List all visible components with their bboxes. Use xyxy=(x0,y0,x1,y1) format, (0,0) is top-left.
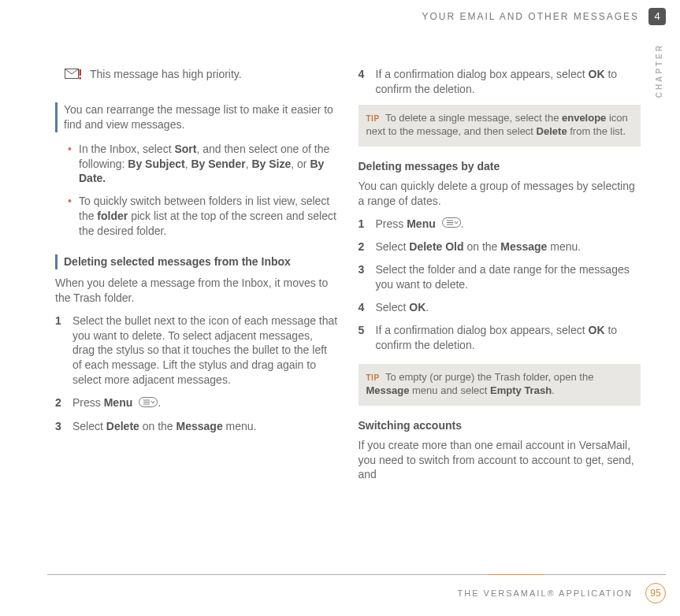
tip-label: TIP xyxy=(366,373,380,382)
step-1: 1 Select the bullet next to the icon of … xyxy=(55,314,338,388)
step-2: 2 Press Menu . xyxy=(55,395,338,411)
priority-legend-text: This message has high priority. xyxy=(90,67,242,82)
page-footer: THE VERSAMAIL® APPLICATION 95 xyxy=(47,574,666,603)
bullet-folder: To quickly switch between folders in lis… xyxy=(68,194,338,239)
dstep-1: 1 Press Menu . xyxy=(359,217,641,232)
svg-rect-1 xyxy=(80,69,82,76)
chapter-number-badge: 4 xyxy=(648,8,666,25)
svg-rect-2 xyxy=(80,77,82,80)
rearrange-intro: You can rearrange the message list to ma… xyxy=(64,103,333,131)
dstep-5: 5 If a confirmation dialog box appears, … xyxy=(359,323,641,353)
page-header: YOUR EMAIL AND OTHER MESSAGES 4 xyxy=(422,8,666,25)
switching-accounts-heading: Switching accounts xyxy=(359,418,641,433)
header-title: YOUR EMAIL AND OTHER MESSAGES xyxy=(422,10,639,23)
deleting-by-date-steps: 1 Press Menu . 2 xyxy=(359,217,641,353)
right-column: 4 If a confirmation dialog box appears, … xyxy=(359,67,641,482)
deleting-by-date-heading: Deleting messages by date xyxy=(359,159,641,174)
rearrange-section: You can rearrange the message list to ma… xyxy=(55,102,338,132)
dstep-3: 3 Select the folder and a date range for… xyxy=(359,262,641,292)
bullet-sort: In the Inbox, select Sort, and then sele… xyxy=(68,142,338,187)
rearrange-bullets: In the Inbox, select Sort, and then sele… xyxy=(68,142,338,239)
switching-accounts-body: If you create more than one email accoun… xyxy=(359,438,641,483)
tip-empty-trash: TIP To empty (or purge) the Trash folder… xyxy=(359,364,641,406)
menu-button-icon xyxy=(442,217,461,232)
page-body: This message has high priority. You can … xyxy=(55,67,641,482)
footer-title: THE VERSAMAIL® APPLICATION xyxy=(458,588,634,599)
deleting-selected-heading: Deleting selected messages from the Inbo… xyxy=(55,254,338,269)
deleting-selected-steps: 1 Select the bullet next to the icon of … xyxy=(55,314,338,434)
menu-button-icon xyxy=(139,396,158,411)
envelope-priority-icon xyxy=(65,69,82,85)
footer-accent-line xyxy=(489,574,544,575)
step-4-continued: 4 If a confirmation dialog box appears, … xyxy=(359,67,641,97)
chapter-side-label: CHAPTER xyxy=(654,43,665,98)
dstep-2: 2 Select Delete Old on the Message menu. xyxy=(359,239,641,254)
deleting-selected-intro: When you delete a message from the Inbox… xyxy=(55,276,338,306)
deleting-by-date-intro: You can quickly delete a group of messag… xyxy=(359,179,641,209)
tip-label: TIP xyxy=(366,114,380,123)
step-3: 3 Select Delete on the Message menu. xyxy=(55,419,338,434)
dstep-4: 4 Select OK. xyxy=(359,300,641,315)
priority-legend-row: This message has high priority. xyxy=(65,67,338,85)
left-column: This message has high priority. You can … xyxy=(55,67,338,482)
page-number: 95 xyxy=(645,583,666,603)
tip-delete-single: TIP To delete a single message, select t… xyxy=(359,105,641,147)
